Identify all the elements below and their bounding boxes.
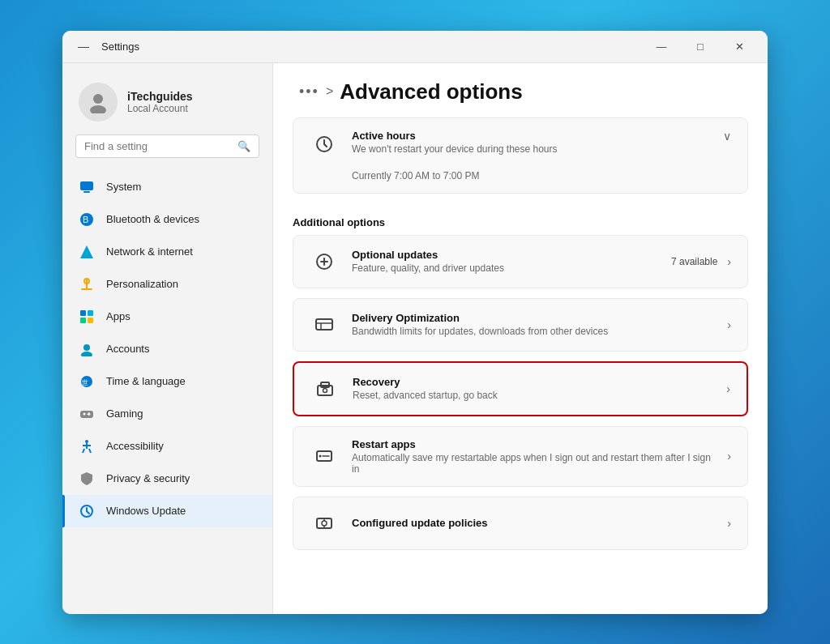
recovery-item[interactable]: Recovery Reset, advanced startup, go bac… xyxy=(294,363,747,415)
sidebar-item-gaming[interactable]: Gaming xyxy=(62,398,272,430)
optional-updates-icon xyxy=(310,247,339,276)
svg-point-22 xyxy=(85,440,88,443)
sidebar-item-bluetooth[interactable]: B Bluetooth & devices xyxy=(62,203,272,236)
user-info: iTechguides Local Account xyxy=(127,90,193,114)
chevron-icon: › xyxy=(727,517,731,530)
back-button[interactable]: — xyxy=(72,35,95,58)
svg-text:世: 世 xyxy=(82,379,88,386)
active-hours-title: Active hours xyxy=(352,130,710,142)
windows-update-icon xyxy=(79,503,95,519)
sidebar-item-label: Apps xyxy=(106,310,130,322)
sidebar-item-label: Network & internet xyxy=(106,245,193,258)
privacy-icon xyxy=(79,471,95,487)
restart-apps-text: Restart apps Automatically save my resta… xyxy=(352,438,714,475)
configured-update-policies-title: Configured update policies xyxy=(352,517,714,529)
apps-icon xyxy=(79,309,95,325)
svg-marker-6 xyxy=(80,245,93,258)
configured-update-policies-text: Configured update policies xyxy=(352,517,714,529)
svg-point-15 xyxy=(81,352,92,356)
accessibility-icon xyxy=(79,438,95,454)
sidebar-item-time[interactable]: 世 Time & language xyxy=(62,365,272,398)
configured-update-policies-item[interactable]: Configured update policies › xyxy=(293,497,747,549)
sidebar-item-windows-update[interactable]: Windows Update xyxy=(62,495,272,527)
bluetooth-icon: B xyxy=(79,211,95,228)
svg-point-37 xyxy=(323,388,327,392)
sidebar-item-label: Time & language xyxy=(106,375,186,387)
recovery-text: Recovery Reset, advanced startup, go bac… xyxy=(353,376,713,401)
optional-updates-badge: 7 available xyxy=(671,256,717,267)
sidebar-item-label: Accounts xyxy=(106,343,149,355)
svg-point-1 xyxy=(90,105,106,113)
search-input[interactable] xyxy=(84,140,231,152)
sidebar-item-apps[interactable]: Apps xyxy=(62,301,272,333)
sidebar-item-label: Privacy & security xyxy=(106,472,190,484)
svg-point-14 xyxy=(83,344,90,351)
active-hours-current: Currently 7:00 AM to 7:00 PM xyxy=(293,170,747,193)
optional-updates-title: Optional updates xyxy=(352,249,658,261)
main-content: iTechguides Local Account 🔍 System xyxy=(62,63,768,614)
active-hours-icon xyxy=(310,130,339,159)
settings-window: — Settings — □ ✕ iTechguides Local Ac xyxy=(62,31,768,614)
svg-point-19 xyxy=(83,412,86,415)
svg-rect-11 xyxy=(88,310,93,316)
sidebar-item-label: Accessibility xyxy=(106,440,164,452)
expand-icon[interactable]: ∨ xyxy=(723,130,731,143)
delivery-optimization-item[interactable]: Delivery Optimization Bandwidth limits f… xyxy=(293,299,747,351)
time-icon: 世 xyxy=(79,373,95,390)
svg-point-43 xyxy=(322,521,327,526)
delivery-optimization-right: › xyxy=(727,318,731,331)
optional-updates-text: Optional updates Feature, quality, and d… xyxy=(352,249,658,274)
configured-update-policies-icon xyxy=(310,509,339,538)
window-title: Settings xyxy=(101,41,139,53)
sidebar-item-privacy[interactable]: Privacy & security xyxy=(62,463,272,495)
sidebar-item-network[interactable]: Network & internet xyxy=(62,236,272,268)
active-hours-header: Active hours We won't restart your devic… xyxy=(293,118,747,170)
sidebar-item-accessibility[interactable]: Accessibility xyxy=(62,430,272,463)
close-button[interactable]: ✕ xyxy=(721,33,758,59)
svg-point-0 xyxy=(93,94,103,104)
optional-updates-item[interactable]: Optional updates Feature, quality, and d… xyxy=(293,236,747,288)
maximize-button[interactable]: □ xyxy=(682,33,719,59)
chevron-icon: › xyxy=(726,382,730,395)
search-box[interactable]: 🔍 xyxy=(75,134,259,158)
user-subtitle: Local Account xyxy=(127,103,193,114)
active-hours-card[interactable]: Active hours We won't restart your devic… xyxy=(293,117,748,194)
network-icon xyxy=(79,244,95,260)
nav-list: System B Bluetooth & devices Network & i… xyxy=(62,171,272,527)
sidebar-item-accounts[interactable]: Accounts xyxy=(62,333,272,365)
sidebar-item-system[interactable]: System xyxy=(62,171,272,203)
restart-apps-subtitle: Automatically save my restartable apps w… xyxy=(352,452,714,475)
configured-update-policies-right: › xyxy=(727,517,731,530)
minimize-button[interactable]: — xyxy=(643,33,680,59)
restart-apps-title: Restart apps xyxy=(352,438,714,450)
window-controls: — □ ✕ xyxy=(643,33,758,59)
system-icon xyxy=(79,179,95,195)
restart-apps-right: › xyxy=(727,450,731,463)
svg-rect-13 xyxy=(88,318,93,323)
sidebar-item-label: System xyxy=(106,181,141,193)
delivery-optimization-text: Delivery Optimization Bandwidth limits f… xyxy=(352,312,714,337)
content-area: ••• > Advanced options Active hours We w… xyxy=(273,63,768,614)
svg-rect-18 xyxy=(80,411,93,418)
optional-updates-card[interactable]: Optional updates Feature, quality, and d… xyxy=(293,235,748,288)
sidebar-item-label: Personalization xyxy=(106,278,178,290)
recovery-title: Recovery xyxy=(353,376,713,388)
restart-apps-item[interactable]: Restart apps Automatically save my resta… xyxy=(293,427,747,486)
restart-apps-icon xyxy=(310,441,339,471)
avatar xyxy=(79,83,118,122)
breadcrumb-separator: > xyxy=(326,84,333,99)
active-hours-text: Active hours We won't restart your devic… xyxy=(352,130,710,155)
delivery-optimization-card[interactable]: Delivery Optimization Bandwidth limits f… xyxy=(293,298,748,352)
sidebar-item-label: Bluetooth & devices xyxy=(106,213,199,225)
svg-rect-12 xyxy=(80,318,86,323)
svg-rect-32 xyxy=(316,319,332,330)
delivery-optimization-title: Delivery Optimization xyxy=(352,312,714,324)
recovery-card[interactable]: Recovery Reset, advanced startup, go bac… xyxy=(293,361,748,416)
restart-apps-card[interactable]: Restart apps Automatically save my resta… xyxy=(293,426,748,487)
configured-update-policies-card[interactable]: Configured update policies › xyxy=(293,497,748,550)
svg-rect-2 xyxy=(80,181,93,190)
sidebar-item-personalization[interactable]: Personalization xyxy=(62,268,272,301)
optional-updates-right: 7 available › xyxy=(671,255,731,268)
delivery-optimization-icon xyxy=(310,310,339,339)
svg-line-25 xyxy=(83,449,84,453)
